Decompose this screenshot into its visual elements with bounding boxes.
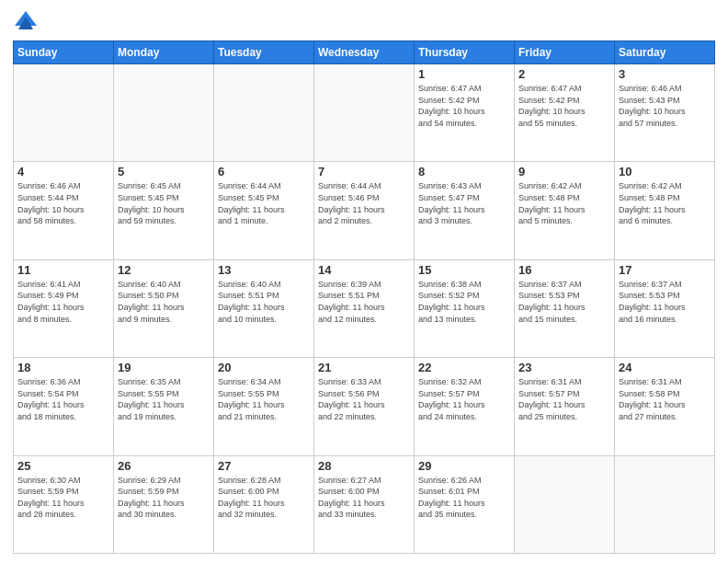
- day-info: Sunrise: 6:28 AM Sunset: 6:00 PM Dayligh…: [218, 475, 310, 521]
- calendar-cell: 2Sunrise: 6:47 AM Sunset: 5:42 PM Daylig…: [515, 64, 615, 162]
- calendar-cell: [314, 64, 415, 162]
- logo-icon: [13, 9, 39, 35]
- day-info: Sunrise: 6:37 AM Sunset: 5:53 PM Dayligh…: [518, 279, 610, 325]
- calendar-cell: 14Sunrise: 6:39 AM Sunset: 5:51 PM Dayli…: [314, 259, 415, 357]
- calendar-cell: 21Sunrise: 6:33 AM Sunset: 5:56 PM Dayli…: [314, 358, 415, 455]
- day-info: Sunrise: 6:35 AM Sunset: 5:55 PM Dayligh…: [118, 376, 210, 422]
- calendar-cell: 3Sunrise: 6:46 AM Sunset: 5:43 PM Daylig…: [615, 64, 715, 162]
- day-info: Sunrise: 6:42 AM Sunset: 5:48 PM Dayligh…: [619, 180, 711, 226]
- day-number: 20: [218, 361, 310, 374]
- day-number: 4: [17, 165, 109, 178]
- day-info: Sunrise: 6:33 AM Sunset: 5:56 PM Dayligh…: [318, 376, 410, 422]
- day-info: Sunrise: 6:39 AM Sunset: 5:51 PM Dayligh…: [318, 279, 410, 325]
- day-info: Sunrise: 6:44 AM Sunset: 5:46 PM Dayligh…: [318, 180, 410, 226]
- calendar-cell: [214, 64, 314, 162]
- day-header-wednesday: Wednesday: [314, 41, 415, 64]
- day-number: 8: [418, 165, 510, 178]
- calendar-cell: 22Sunrise: 6:32 AM Sunset: 5:57 PM Dayli…: [415, 358, 515, 455]
- day-header-monday: Monday: [114, 41, 214, 64]
- calendar-cell: 13Sunrise: 6:40 AM Sunset: 5:51 PM Dayli…: [214, 259, 314, 357]
- day-number: 11: [17, 263, 109, 277]
- day-info: Sunrise: 6:26 AM Sunset: 6:01 PM Dayligh…: [418, 475, 510, 521]
- day-number: 29: [418, 459, 510, 473]
- week-row-1: 4Sunrise: 6:46 AM Sunset: 5:44 PM Daylig…: [14, 162, 715, 259]
- day-info: Sunrise: 6:38 AM Sunset: 5:52 PM Dayligh…: [418, 279, 510, 325]
- day-number: 14: [318, 263, 410, 277]
- day-header-thursday: Thursday: [415, 41, 515, 64]
- day-number: 25: [17, 459, 109, 473]
- calendar-cell: 4Sunrise: 6:46 AM Sunset: 5:44 PM Daylig…: [14, 162, 114, 259]
- calendar-table: SundayMondayTuesdayWednesdayThursdayFrid…: [13, 40, 715, 554]
- logo: [13, 9, 42, 35]
- day-number: 5: [118, 165, 210, 178]
- day-header-saturday: Saturday: [615, 41, 715, 64]
- day-info: Sunrise: 6:31 AM Sunset: 5:58 PM Dayligh…: [619, 376, 711, 422]
- day-info: Sunrise: 6:47 AM Sunset: 5:42 PM Dayligh…: [418, 83, 510, 129]
- calendar-cell: 16Sunrise: 6:37 AM Sunset: 5:53 PM Dayli…: [515, 259, 615, 357]
- calendar-cell: 8Sunrise: 6:43 AM Sunset: 5:47 PM Daylig…: [415, 162, 515, 259]
- day-number: 2: [518, 67, 610, 81]
- day-number: 27: [218, 459, 310, 473]
- day-header-tuesday: Tuesday: [214, 41, 314, 64]
- day-number: 13: [218, 263, 310, 277]
- day-info: Sunrise: 6:27 AM Sunset: 6:00 PM Dayligh…: [318, 475, 410, 521]
- day-number: 28: [318, 459, 410, 473]
- day-info: Sunrise: 6:30 AM Sunset: 5:59 PM Dayligh…: [17, 475, 109, 521]
- calendar-cell: [114, 64, 214, 162]
- calendar-cell: 19Sunrise: 6:35 AM Sunset: 5:55 PM Dayli…: [114, 358, 214, 455]
- day-info: Sunrise: 6:42 AM Sunset: 5:48 PM Dayligh…: [518, 180, 610, 226]
- calendar-cell: 11Sunrise: 6:41 AM Sunset: 5:49 PM Dayli…: [14, 259, 114, 357]
- calendar-cell: [14, 64, 114, 162]
- calendar-cell: 1Sunrise: 6:47 AM Sunset: 5:42 PM Daylig…: [415, 64, 515, 162]
- day-number: 15: [418, 263, 510, 277]
- day-number: 1: [418, 67, 510, 81]
- calendar-cell: 18Sunrise: 6:36 AM Sunset: 5:54 PM Dayli…: [14, 358, 114, 455]
- day-number: 22: [418, 361, 510, 374]
- day-info: Sunrise: 6:44 AM Sunset: 5:45 PM Dayligh…: [218, 180, 310, 226]
- calendar-cell: 15Sunrise: 6:38 AM Sunset: 5:52 PM Dayli…: [415, 259, 515, 357]
- calendar-cell: 29Sunrise: 6:26 AM Sunset: 6:01 PM Dayli…: [415, 455, 515, 553]
- day-header-friday: Friday: [515, 41, 615, 64]
- day-info: Sunrise: 6:46 AM Sunset: 5:43 PM Dayligh…: [619, 83, 711, 129]
- page: SundayMondayTuesdayWednesdayThursdayFrid…: [0, 0, 728, 563]
- day-number: 12: [118, 263, 210, 277]
- week-row-0: 1Sunrise: 6:47 AM Sunset: 5:42 PM Daylig…: [14, 64, 715, 162]
- calendar-cell: [615, 455, 715, 553]
- day-info: Sunrise: 6:37 AM Sunset: 5:53 PM Dayligh…: [619, 279, 711, 325]
- calendar-cell: 17Sunrise: 6:37 AM Sunset: 5:53 PM Dayli…: [615, 259, 715, 357]
- calendar-cell: 23Sunrise: 6:31 AM Sunset: 5:57 PM Dayli…: [515, 358, 615, 455]
- day-number: 3: [619, 67, 711, 81]
- day-info: Sunrise: 6:34 AM Sunset: 5:55 PM Dayligh…: [218, 376, 310, 422]
- day-info: Sunrise: 6:40 AM Sunset: 5:50 PM Dayligh…: [118, 279, 210, 325]
- day-number: 16: [518, 263, 610, 277]
- day-number: 26: [118, 459, 210, 473]
- day-number: 18: [17, 361, 109, 374]
- day-info: Sunrise: 6:46 AM Sunset: 5:44 PM Dayligh…: [17, 180, 109, 226]
- header: [13, 9, 715, 35]
- day-number: 23: [518, 361, 610, 374]
- day-info: Sunrise: 6:29 AM Sunset: 5:59 PM Dayligh…: [118, 475, 210, 521]
- week-row-4: 25Sunrise: 6:30 AM Sunset: 5:59 PM Dayli…: [14, 455, 715, 553]
- day-number: 6: [218, 165, 310, 178]
- calendar-cell: 24Sunrise: 6:31 AM Sunset: 5:58 PM Dayli…: [615, 358, 715, 455]
- day-number: 24: [619, 361, 711, 374]
- calendar-cell: 26Sunrise: 6:29 AM Sunset: 5:59 PM Dayli…: [114, 455, 214, 553]
- day-number: 19: [118, 361, 210, 374]
- day-info: Sunrise: 6:43 AM Sunset: 5:47 PM Dayligh…: [418, 180, 510, 226]
- calendar-cell: 6Sunrise: 6:44 AM Sunset: 5:45 PM Daylig…: [214, 162, 314, 259]
- calendar-cell: [515, 455, 615, 553]
- calendar-cell: 12Sunrise: 6:40 AM Sunset: 5:50 PM Dayli…: [114, 259, 214, 357]
- calendar-cell: 9Sunrise: 6:42 AM Sunset: 5:48 PM Daylig…: [515, 162, 615, 259]
- day-info: Sunrise: 6:36 AM Sunset: 5:54 PM Dayligh…: [17, 376, 109, 422]
- day-info: Sunrise: 6:41 AM Sunset: 5:49 PM Dayligh…: [17, 279, 109, 325]
- day-info: Sunrise: 6:40 AM Sunset: 5:51 PM Dayligh…: [218, 279, 310, 325]
- calendar-cell: 27Sunrise: 6:28 AM Sunset: 6:00 PM Dayli…: [214, 455, 314, 553]
- calendar-cell: 7Sunrise: 6:44 AM Sunset: 5:46 PM Daylig…: [314, 162, 415, 259]
- day-number: 10: [619, 165, 711, 178]
- day-number: 17: [619, 263, 711, 277]
- week-row-3: 18Sunrise: 6:36 AM Sunset: 5:54 PM Dayli…: [14, 358, 715, 455]
- days-header-row: SundayMondayTuesdayWednesdayThursdayFrid…: [14, 41, 715, 64]
- calendar-cell: 20Sunrise: 6:34 AM Sunset: 5:55 PM Dayli…: [214, 358, 314, 455]
- day-number: 9: [518, 165, 610, 178]
- calendar-cell: 5Sunrise: 6:45 AM Sunset: 5:45 PM Daylig…: [114, 162, 214, 259]
